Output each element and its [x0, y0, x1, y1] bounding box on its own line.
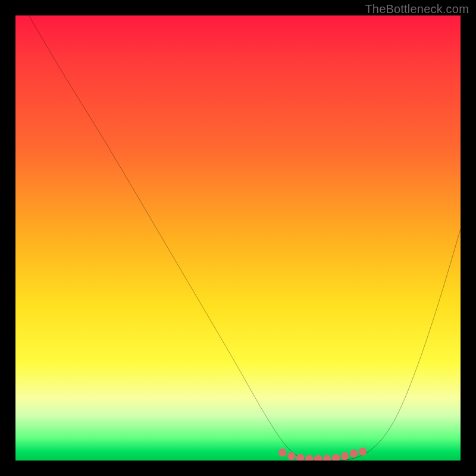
marker-layer: [15, 15, 461, 461]
marker-dot: [359, 447, 367, 455]
marker-dot: [305, 455, 313, 461]
marker-dot: [287, 452, 295, 460]
marker-dot: [332, 454, 340, 461]
flat-region-markers: [278, 447, 367, 461]
chart-stage: TheBottleneck.com: [0, 0, 476, 476]
marker-dot: [296, 454, 304, 461]
plot-area: [15, 15, 461, 461]
marker-dot: [278, 449, 286, 456]
marker-dot: [341, 452, 349, 460]
attribution-label: TheBottleneck.com: [365, 2, 469, 16]
marker-dot: [323, 455, 331, 461]
marker-dot: [314, 455, 322, 461]
marker-dot: [350, 449, 358, 457]
